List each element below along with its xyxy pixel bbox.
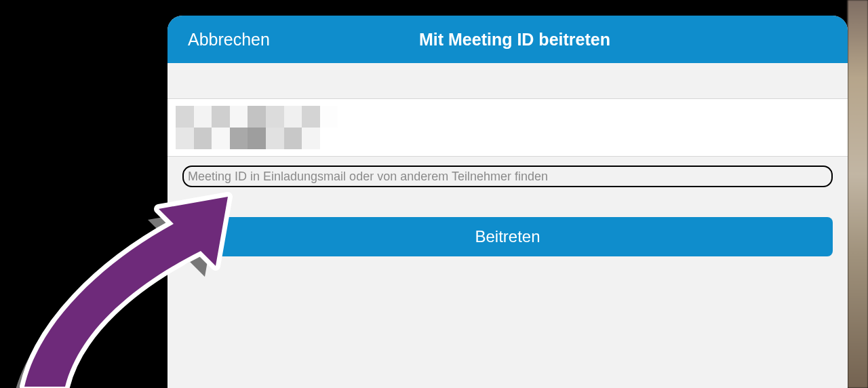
hint-row: Meeting ID in Einladungsmail oder von an… — [167, 157, 848, 187]
hint-highlight-box: Meeting ID in Einladungsmail oder von an… — [182, 166, 833, 187]
hint-text: Meeting ID in Einladungsmail oder von an… — [188, 170, 548, 184]
modal-title: Mit Meeting ID beitreten — [419, 30, 610, 49]
join-button[interactable]: Beitreten — [182, 217, 833, 256]
join-meeting-modal: Abbrechen Mit Meeting ID beitreten Meeti… — [167, 16, 848, 388]
spacer — [167, 63, 848, 99]
modal-header: Abbrechen Mit Meeting ID beitreten — [167, 16, 848, 63]
cancel-button[interactable]: Abbrechen — [167, 30, 290, 50]
screenshot-stage: Abbrechen Mit Meeting ID beitreten Meeti… — [0, 0, 868, 388]
background-blur-right — [848, 0, 868, 388]
redacted-input-value — [176, 106, 356, 149]
background-black-left — [0, 0, 167, 388]
meeting-id-input-row[interactable] — [167, 99, 848, 157]
modal-title-wrap: Mit Meeting ID beitreten — [290, 30, 848, 50]
join-button-row: Beitreten — [167, 187, 848, 256]
